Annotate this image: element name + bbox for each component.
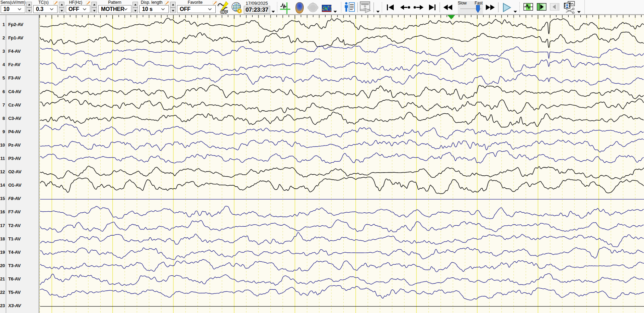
svg-text:OFF: OFF xyxy=(220,10,228,14)
